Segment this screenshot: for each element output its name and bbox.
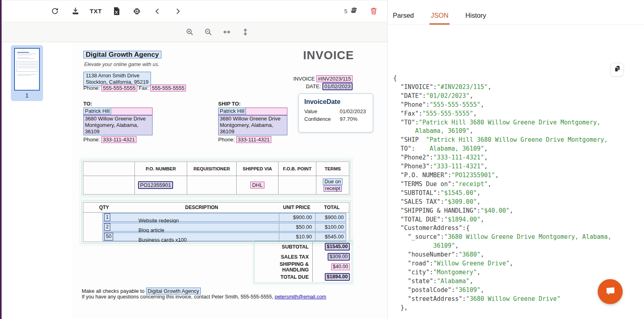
items-header-qty: QTY <box>83 203 125 212</box>
previous-page-icon[interactable] <box>153 6 162 16</box>
chat-bubble-icon <box>603 284 617 299</box>
json-code-line: "P.O. NUMBER":"PO12355901", <box>393 171 642 180</box>
total-due-label: TOTAL DUE <box>254 274 312 280</box>
coins-icon <box>349 6 358 16</box>
contact-email-link[interactable]: petersmith@email.com <box>275 294 326 300</box>
invoice-no-highlight[interactable]: #INV2023/115 <box>316 75 353 82</box>
ship-to-address-highlight[interactable]: 3680 Willow Greene Drive Montgomery, Ala… <box>218 115 287 135</box>
json-code-line: "_source":"3680 Willow Greene Drive Mont… <box>393 233 642 242</box>
next-page-icon[interactable] <box>173 6 183 16</box>
zoom-in-icon[interactable] <box>185 28 194 37</box>
shipped-via-highlight[interactable]: DHL <box>250 182 264 188</box>
company-tagline: Elevate your online game with us. <box>84 62 159 67</box>
contact-text: If you have any questions concerning thi… <box>82 294 275 300</box>
company-name-highlight[interactable]: Digital Growth Agency <box>83 51 161 58</box>
terms-line2-highlight[interactable]: receipt <box>324 185 342 192</box>
json-code-line: "SHIP "Patrick Hill 3680 Willow Greene D… <box>393 136 642 145</box>
json-code-line: "DATE":"01/02/2023", <box>393 92 642 101</box>
txt-export-button[interactable]: TXT <box>91 6 101 16</box>
items-header-unit-price: UNIT PRICE <box>279 203 315 212</box>
bill-to-name-highlight[interactable]: Patrick Hill <box>83 108 111 114</box>
item-total: $100.00 <box>315 223 346 231</box>
item-qty-highlight[interactable]: 2 <box>104 223 110 231</box>
json-code-line: { <box>393 74 642 83</box>
info-header-empty <box>83 162 134 176</box>
company-address-highlight[interactable]: 1138 Arron Smith Drive Stockton, Califor… <box>83 72 151 86</box>
item-unit-price: $900.00 <box>279 213 315 222</box>
item-unit-price: $50.00 <box>279 223 315 231</box>
page-number: 1 <box>14 91 40 99</box>
ship-to-name-highlight[interactable]: Patrick Hill <box>218 108 246 114</box>
tooltip-confidence-label: Confidence <box>304 116 340 122</box>
bill-to-address-highlight[interactable]: 3680 Willow Greene Drive Montgomery, Ala… <box>83 115 153 135</box>
json-code-line: "TOTAL DUE":"$1894.00", <box>393 215 642 224</box>
subtotal-highlight[interactable]: $1545.00 <box>325 243 350 251</box>
shipping-handling-highlight[interactable]: $40.00 <box>331 263 350 270</box>
json-code-line: "houseNumber":"3680", <box>393 251 642 259</box>
tab-parsed[interactable]: Parsed <box>392 12 415 25</box>
bill-to-phone-label: Phone: <box>83 137 100 143</box>
tab-history[interactable]: History <box>464 12 487 25</box>
invoice-no-label: INVOICE <box>293 76 315 82</box>
company-fax-highlight[interactable]: 555-555-5555 <box>150 85 186 91</box>
ship-to-phone-highlight[interactable]: 333-111-4321 <box>236 136 271 143</box>
ship-to-block: SHIP TO: Patrick Hill 3680 Willow Greene… <box>218 101 287 143</box>
bill-to-phone-highlight[interactable]: 333-111-4321 <box>101 136 136 143</box>
checks-payable-text: Make all checks payable to <box>82 288 144 294</box>
line-item-row[interactable]: 1Website redesign $900.00 $900.00 <box>103 213 346 222</box>
zoom-out-icon[interactable] <box>204 28 213 37</box>
company-phone-fax-line: Phone: 555-555-5555 Fax: 555-555-5555 <box>83 85 186 91</box>
item-qty-highlight[interactable]: 1 <box>104 213 110 221</box>
shipping-handling-label: SHIPPING & HANDLING <box>254 261 312 273</box>
info-header-fob-point: F.O.B. POINT <box>278 162 316 176</box>
excel-file-icon[interactable] <box>111 6 121 16</box>
credits-counter[interactable]: 5 <box>344 6 358 16</box>
bill-to-address-line1: 3680 Willow Greene Drive <box>85 116 146 122</box>
json-code-line: Alabama, 36109", <box>393 127 642 136</box>
invoice-date-highlight[interactable]: 01/02/2023 <box>322 83 353 90</box>
items-header-description: DESCRIPTION <box>125 203 279 212</box>
invoice-title: INVOICE <box>303 49 354 62</box>
terms-line1-highlight[interactable]: Due on <box>323 178 342 185</box>
refresh-icon[interactable] <box>50 6 60 16</box>
json-code-line: 36109", <box>393 242 642 251</box>
bill-to-address-line2: Montgomery, Alabama, 36109 <box>85 122 138 135</box>
json-code-view[interactable]: { "INVOICE":"#INV2023/115", "DATE":"01/0… <box>393 74 642 312</box>
sales-tax-label: SALES TAX <box>254 254 312 260</box>
fit-height-icon[interactable] <box>241 28 250 37</box>
json-code-line: "SUBTOTAL":"$1545.00", <box>393 189 642 198</box>
ship-to-name-row[interactable]: Patrick Hill <box>218 108 287 115</box>
info-header-requisitioner: REQUISITIONER <box>187 162 236 176</box>
field-tooltip: InvoiceDate Value 01/02/2023 Confidence … <box>298 93 373 133</box>
sales-tax-highlight[interactable]: $309.00 <box>328 253 350 261</box>
total-due-highlight[interactable]: $1894.00 <box>325 273 350 281</box>
download-icon[interactable] <box>70 6 80 16</box>
checks-payable-line: Make all checks payable to Digital Growt… <box>82 288 201 294</box>
po-number-highlight[interactable]: PO12355901 <box>138 181 173 189</box>
item-unit-price: $10.90 <box>279 233 315 241</box>
payee-highlight[interactable]: Digital Growth Agency <box>146 288 201 294</box>
json-code-line: "SALES TAX":"$309.00", <box>393 198 642 207</box>
json-code-line: "Fax":"555-555-5555", <box>393 110 642 118</box>
ship-to-address-line2: Montgomery, Alabama, 36109 <box>220 122 273 135</box>
results-panel: Parsed JSON History { "INVOICE":"#INV202… <box>387 0 644 319</box>
item-qty-highlight[interactable]: 50 <box>104 233 113 240</box>
fit-width-icon[interactable] <box>222 28 231 37</box>
chat-widget-button[interactable] <box>598 279 623 304</box>
json-code-line: }, <box>393 304 642 313</box>
line-item-row[interactable]: 2Blog article $50.00 $100.00 <box>103 223 346 232</box>
items-header-total: TOTAL <box>315 203 349 212</box>
bill-to-block: TO: Patrick Hill 3680 Willow Greene Driv… <box>83 101 153 143</box>
page-thumbnail[interactable]: 1 <box>11 45 43 101</box>
ship-to-heading: SHIP TO: <box>218 101 287 107</box>
delete-trash-icon[interactable] <box>369 6 378 16</box>
item-description: Business cards x100 <box>138 237 187 243</box>
tooltip-confidence: 97.70% <box>340 116 367 122</box>
json-code-line: "CustomerAddress":{ <box>393 224 642 233</box>
company-phone-highlight[interactable]: 555-555-5555 <box>101 85 137 91</box>
line-item-row[interactable]: 50Business cards x100 $10.90 $545.00 <box>103 232 346 241</box>
bill-to-name-row[interactable]: Patrick Hill <box>83 108 153 115</box>
ocr-chip-icon[interactable] <box>132 6 142 16</box>
tab-json[interactable]: JSON <box>429 12 450 25</box>
info-table-row: PO12355901 DHL Due on receipt <box>83 176 349 194</box>
